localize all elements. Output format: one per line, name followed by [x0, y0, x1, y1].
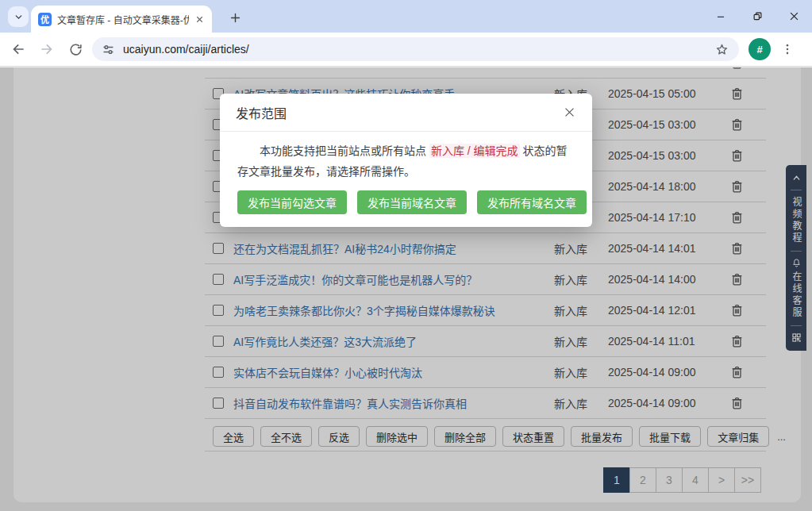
- tab-title: 文章暂存库 - 自动文章采集器-优: [57, 13, 189, 26]
- body-text-prefix: 本功能支持把当前站点或所有站点: [260, 144, 429, 157]
- publish-button[interactable]: 发布当前域名文章: [357, 190, 467, 214]
- publish-button[interactable]: 发布所有域名文章: [477, 190, 587, 214]
- dialog-header: 发布范围: [220, 94, 592, 132]
- forward-button[interactable]: [35, 37, 59, 61]
- bookmark-star-icon[interactable]: [714, 42, 729, 57]
- chevron-down-icon: [13, 12, 24, 22]
- status-highlight: 新入库 / 编辑完成: [429, 144, 520, 158]
- tab-search-button[interactable]: [8, 6, 29, 27]
- publish-scope-dialog: 发布范围 本功能支持把当前站点或所有站点 新入库 / 编辑完成 状态的暂存文章批…: [220, 94, 592, 227]
- tab-strip: 优 文章暂存库 - 自动文章采集器-优: [0, 0, 812, 33]
- window-controls: [702, 0, 812, 33]
- reload-button[interactable]: [63, 37, 87, 61]
- browser-toolbar: ucaiyun.com/caiji/articles/ #: [0, 33, 812, 67]
- close-window-button[interactable]: [775, 0, 812, 33]
- minimize-button[interactable]: [702, 0, 739, 33]
- restore-button[interactable]: [739, 0, 775, 33]
- new-tab-button[interactable]: [225, 7, 245, 28]
- publish-button[interactable]: 发布当前勾选文章: [237, 190, 347, 214]
- browser-tab[interactable]: 优 文章暂存库 - 自动文章采集器-优: [31, 6, 212, 33]
- address-bar[interactable]: ucaiyun.com/caiji/articles/: [92, 37, 739, 61]
- site-favicon: 优: [38, 13, 52, 26]
- site-settings-icon[interactable]: [102, 43, 115, 56]
- browser-chrome: 优 文章暂存库 - 自动文章采集器-优: [0, 0, 812, 67]
- profile-avatar[interactable]: #: [749, 38, 771, 60]
- url-text[interactable]: ucaiyun.com/caiji/articles/: [123, 43, 706, 56]
- tab-close-icon[interactable]: [194, 14, 205, 25]
- close-icon[interactable]: [563, 106, 576, 119]
- browser-menu-icon[interactable]: [775, 37, 799, 61]
- dialog-buttons: 发布当前勾选文章发布当前域名文章发布所有域名文章: [220, 182, 592, 214]
- dialog-title: 发布范围: [236, 103, 287, 122]
- back-button[interactable]: [6, 37, 30, 61]
- dialog-body-text: 本功能支持把当前站点或所有站点 新入库 / 编辑完成 状态的暂存文章批量发布，请…: [220, 132, 592, 182]
